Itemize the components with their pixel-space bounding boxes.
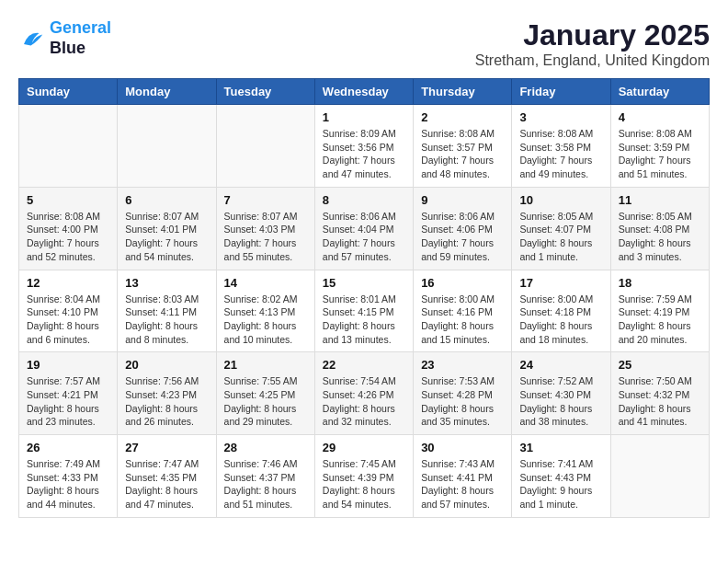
day-info: Sunrise: 8:01 AM Sunset: 4:15 PM Dayligh…	[323, 293, 405, 347]
day-number: 4	[619, 110, 701, 124]
calendar-cell: 27Sunrise: 7:47 AM Sunset: 4:35 PM Dayli…	[118, 435, 216, 518]
day-info: Sunrise: 7:55 AM Sunset: 4:25 PM Dayligh…	[224, 374, 307, 429]
logo: GeneralBlue	[18, 18, 111, 58]
day-number: 8	[323, 193, 405, 207]
logo-bird-icon	[18, 25, 46, 52]
calendar-cell: 2Sunrise: 8:08 AM Sunset: 3:57 PM Daylig…	[414, 105, 512, 188]
calendar-cell: 24Sunrise: 7:52 AM Sunset: 4:30 PM Dayli…	[512, 352, 610, 435]
calendar-cell: 23Sunrise: 7:53 AM Sunset: 4:28 PM Dayli…	[414, 352, 512, 435]
day-info: Sunrise: 8:02 AM Sunset: 4:13 PM Dayligh…	[224, 293, 307, 347]
calendar-cell	[19, 105, 118, 188]
page-header: GeneralBlue January 2025 Stretham, Engla…	[18, 18, 710, 69]
day-number: 6	[125, 193, 208, 207]
day-number: 12	[27, 276, 109, 290]
day-number: 26	[27, 441, 109, 454]
weekday-header-wednesday: Wednesday	[314, 79, 413, 105]
day-info: Sunrise: 8:00 AM Sunset: 4:16 PM Dayligh…	[421, 293, 504, 347]
calendar-cell: 31Sunrise: 7:41 AM Sunset: 4:43 PM Dayli…	[512, 435, 610, 518]
day-number: 22	[323, 358, 405, 372]
calendar-week-2: 5Sunrise: 8:08 AM Sunset: 4:00 PM Daylig…	[19, 187, 710, 270]
calendar-cell: 1Sunrise: 8:09 AM Sunset: 3:56 PM Daylig…	[314, 105, 413, 188]
day-info: Sunrise: 8:00 AM Sunset: 4:18 PM Dayligh…	[519, 293, 602, 347]
calendar-cell: 30Sunrise: 7:43 AM Sunset: 4:41 PM Dayli…	[414, 435, 512, 518]
day-number: 31	[519, 441, 602, 454]
calendar-table: SundayMondayTuesdayWednesdayThursdayFrid…	[18, 78, 710, 518]
day-number: 3	[519, 110, 602, 124]
day-number: 5	[27, 193, 109, 207]
location-subtitle: Stretham, England, United Kingdom	[475, 52, 710, 69]
day-number: 15	[323, 276, 405, 290]
calendar-cell: 6Sunrise: 8:07 AM Sunset: 4:01 PM Daylig…	[118, 187, 216, 270]
day-number: 29	[323, 441, 405, 454]
calendar-cell: 19Sunrise: 7:57 AM Sunset: 4:21 PM Dayli…	[19, 352, 118, 435]
day-number: 13	[125, 276, 208, 290]
day-number: 11	[619, 193, 701, 207]
calendar-cell: 28Sunrise: 7:46 AM Sunset: 4:37 PM Dayli…	[216, 435, 314, 518]
day-number: 24	[519, 358, 602, 372]
calendar-cell	[118, 105, 216, 188]
calendar-cell: 25Sunrise: 7:50 AM Sunset: 4:32 PM Dayli…	[610, 352, 709, 435]
day-number: 25	[619, 358, 701, 372]
calendar-cell: 18Sunrise: 7:59 AM Sunset: 4:19 PM Dayli…	[610, 270, 709, 352]
day-number: 28	[224, 441, 307, 454]
day-number: 19	[27, 358, 109, 372]
calendar-cell: 5Sunrise: 8:08 AM Sunset: 4:00 PM Daylig…	[19, 187, 118, 270]
day-info: Sunrise: 7:56 AM Sunset: 4:23 PM Dayligh…	[125, 374, 208, 429]
weekday-header-tuesday: Tuesday	[216, 79, 314, 105]
calendar-week-4: 19Sunrise: 7:57 AM Sunset: 4:21 PM Dayli…	[19, 352, 710, 435]
calendar-cell: 7Sunrise: 8:07 AM Sunset: 4:03 PM Daylig…	[216, 187, 314, 270]
day-number: 14	[224, 276, 307, 290]
day-info: Sunrise: 7:52 AM Sunset: 4:30 PM Dayligh…	[519, 374, 602, 429]
day-info: Sunrise: 8:08 AM Sunset: 4:00 PM Dayligh…	[27, 210, 109, 264]
day-info: Sunrise: 7:41 AM Sunset: 4:43 PM Dayligh…	[519, 457, 602, 511]
day-number: 18	[619, 276, 701, 290]
weekday-header-sunday: Sunday	[19, 79, 118, 105]
day-number: 23	[421, 358, 504, 372]
day-number: 1	[323, 110, 405, 124]
day-info: Sunrise: 7:53 AM Sunset: 4:28 PM Dayligh…	[421, 374, 504, 429]
day-number: 16	[421, 276, 504, 290]
calendar-cell: 20Sunrise: 7:56 AM Sunset: 4:23 PM Dayli…	[118, 352, 216, 435]
calendar-cell: 4Sunrise: 8:08 AM Sunset: 3:59 PM Daylig…	[610, 105, 709, 188]
day-info: Sunrise: 8:08 AM Sunset: 3:59 PM Dayligh…	[619, 127, 701, 181]
calendar-cell: 11Sunrise: 8:05 AM Sunset: 4:08 PM Dayli…	[610, 187, 709, 270]
calendar-cell: 16Sunrise: 8:00 AM Sunset: 4:16 PM Dayli…	[414, 270, 512, 352]
day-info: Sunrise: 8:05 AM Sunset: 4:08 PM Dayligh…	[619, 210, 701, 264]
day-number: 27	[125, 441, 208, 454]
calendar-cell: 14Sunrise: 8:02 AM Sunset: 4:13 PM Dayli…	[216, 270, 314, 352]
calendar-cell: 3Sunrise: 8:08 AM Sunset: 3:58 PM Daylig…	[512, 105, 610, 188]
calendar-header-row: SundayMondayTuesdayWednesdayThursdayFrid…	[19, 79, 710, 105]
day-info: Sunrise: 8:08 AM Sunset: 3:57 PM Dayligh…	[421, 127, 504, 181]
calendar-cell: 13Sunrise: 8:03 AM Sunset: 4:11 PM Dayli…	[118, 270, 216, 352]
day-info: Sunrise: 7:49 AM Sunset: 4:33 PM Dayligh…	[27, 457, 109, 511]
day-info: Sunrise: 7:47 AM Sunset: 4:35 PM Dayligh…	[125, 457, 208, 511]
day-info: Sunrise: 7:54 AM Sunset: 4:26 PM Dayligh…	[323, 374, 405, 429]
logo-text: GeneralBlue	[50, 18, 111, 58]
weekday-header-monday: Monday	[118, 79, 216, 105]
day-number: 7	[224, 193, 307, 207]
day-number: 10	[519, 193, 602, 207]
day-info: Sunrise: 8:03 AM Sunset: 4:11 PM Dayligh…	[125, 293, 208, 347]
day-number: 20	[125, 358, 208, 372]
calendar-week-3: 12Sunrise: 8:04 AM Sunset: 4:10 PM Dayli…	[19, 270, 710, 352]
calendar-cell: 12Sunrise: 8:04 AM Sunset: 4:10 PM Dayli…	[19, 270, 118, 352]
day-info: Sunrise: 7:50 AM Sunset: 4:32 PM Dayligh…	[619, 374, 701, 429]
day-info: Sunrise: 8:05 AM Sunset: 4:07 PM Dayligh…	[519, 210, 602, 264]
day-info: Sunrise: 8:07 AM Sunset: 4:01 PM Dayligh…	[125, 210, 208, 264]
calendar-week-1: 1Sunrise: 8:09 AM Sunset: 3:56 PM Daylig…	[19, 105, 710, 188]
calendar-cell: 22Sunrise: 7:54 AM Sunset: 4:26 PM Dayli…	[314, 352, 413, 435]
calendar-cell: 9Sunrise: 8:06 AM Sunset: 4:06 PM Daylig…	[414, 187, 512, 270]
day-number: 21	[224, 358, 307, 372]
calendar-cell	[216, 105, 314, 188]
day-info: Sunrise: 8:08 AM Sunset: 3:58 PM Dayligh…	[519, 127, 602, 181]
weekday-header-friday: Friday	[512, 79, 610, 105]
day-info: Sunrise: 7:43 AM Sunset: 4:41 PM Dayligh…	[421, 457, 504, 511]
day-number: 2	[421, 110, 504, 124]
calendar-cell: 29Sunrise: 7:45 AM Sunset: 4:39 PM Dayli…	[314, 435, 413, 518]
calendar-week-5: 26Sunrise: 7:49 AM Sunset: 4:33 PM Dayli…	[19, 435, 710, 518]
month-title: January 2025	[475, 18, 710, 52]
calendar-cell: 21Sunrise: 7:55 AM Sunset: 4:25 PM Dayli…	[216, 352, 314, 435]
day-info: Sunrise: 8:06 AM Sunset: 4:06 PM Dayligh…	[421, 210, 504, 264]
day-info: Sunrise: 8:09 AM Sunset: 3:56 PM Dayligh…	[323, 127, 405, 181]
day-info: Sunrise: 7:59 AM Sunset: 4:19 PM Dayligh…	[619, 293, 701, 347]
